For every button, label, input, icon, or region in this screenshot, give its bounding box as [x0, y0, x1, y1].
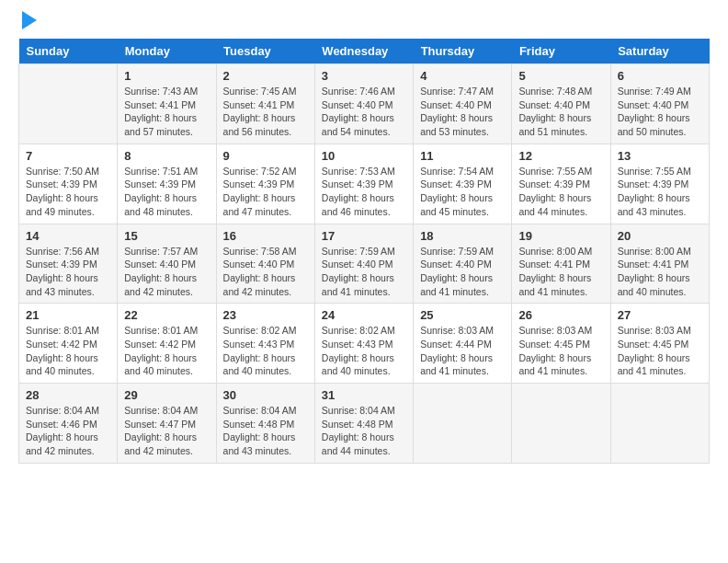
calendar-cell: 28Sunrise: 8:04 AM Sunset: 4:46 PM Dayli…: [19, 384, 118, 464]
day-number: 10: [322, 149, 406, 163]
day-number: 8: [124, 149, 209, 163]
day-info: Sunrise: 7:56 AM Sunset: 4:39 PM Dayligh…: [26, 245, 110, 299]
day-number: 12: [518, 149, 603, 163]
day-number: 11: [420, 149, 505, 163]
day-info: Sunrise: 8:04 AM Sunset: 4:48 PM Dayligh…: [223, 404, 308, 458]
day-info: Sunrise: 8:04 AM Sunset: 4:46 PM Dayligh…: [26, 404, 110, 458]
day-number: 17: [322, 229, 406, 243]
day-number: 2: [223, 69, 308, 83]
day-number: 26: [518, 308, 603, 322]
day-number: 29: [124, 388, 209, 402]
calendar-cell: 4Sunrise: 7:47 AM Sunset: 4:40 PM Daylig…: [414, 64, 512, 144]
header-cell-sunday: Sunday: [19, 39, 118, 64]
day-info: Sunrise: 7:55 AM Sunset: 4:39 PM Dayligh…: [518, 165, 603, 219]
calendar-week-1: 1Sunrise: 7:43 AM Sunset: 4:41 PM Daylig…: [19, 64, 710, 144]
day-number: 30: [223, 388, 308, 402]
calendar-cell: 12Sunrise: 7:55 AM Sunset: 4:39 PM Dayli…: [512, 144, 610, 224]
calendar-week-4: 21Sunrise: 8:01 AM Sunset: 4:42 PM Dayli…: [19, 304, 710, 384]
day-info: Sunrise: 8:03 AM Sunset: 4:45 PM Dayligh…: [518, 324, 603, 378]
calendar-cell: 9Sunrise: 7:52 AM Sunset: 4:39 PM Daylig…: [216, 144, 314, 224]
calendar-week-5: 28Sunrise: 8:04 AM Sunset: 4:46 PM Dayli…: [19, 384, 710, 464]
calendar-cell: 26Sunrise: 8:03 AM Sunset: 4:45 PM Dayli…: [512, 304, 610, 384]
calendar-cell: 31Sunrise: 8:04 AM Sunset: 4:48 PM Dayli…: [314, 384, 413, 464]
day-number: 7: [26, 149, 110, 163]
calendar-cell: 24Sunrise: 8:02 AM Sunset: 4:43 PM Dayli…: [314, 304, 413, 384]
day-number: 27: [618, 308, 702, 322]
calendar-cell: 13Sunrise: 7:55 AM Sunset: 4:39 PM Dayli…: [610, 144, 709, 224]
day-number: 23: [223, 308, 308, 322]
calendar-cell: 19Sunrise: 8:00 AM Sunset: 4:41 PM Dayli…: [512, 224, 610, 304]
day-number: 15: [124, 229, 209, 243]
day-number: 9: [223, 149, 308, 163]
calendar-cell: 15Sunrise: 7:57 AM Sunset: 4:40 PM Dayli…: [118, 224, 216, 304]
calendar-cell: 8Sunrise: 7:51 AM Sunset: 4:39 PM Daylig…: [118, 144, 216, 224]
day-info: Sunrise: 8:02 AM Sunset: 4:43 PM Dayligh…: [223, 324, 308, 378]
calendar-week-3: 14Sunrise: 7:56 AM Sunset: 4:39 PM Dayli…: [19, 224, 710, 304]
header-cell-thursday: Thursday: [414, 39, 512, 64]
day-info: Sunrise: 7:59 AM Sunset: 4:40 PM Dayligh…: [420, 245, 505, 299]
day-info: Sunrise: 8:04 AM Sunset: 4:47 PM Dayligh…: [124, 404, 209, 458]
calendar-cell: 30Sunrise: 8:04 AM Sunset: 4:48 PM Dayli…: [216, 384, 314, 464]
day-number: 31: [322, 388, 406, 402]
calendar-cell: 10Sunrise: 7:53 AM Sunset: 4:39 PM Dayli…: [314, 144, 413, 224]
calendar-cell: 2Sunrise: 7:45 AM Sunset: 4:41 PM Daylig…: [216, 64, 314, 144]
calendar-cell: 6Sunrise: 7:49 AM Sunset: 4:40 PM Daylig…: [610, 64, 709, 144]
day-info: Sunrise: 7:50 AM Sunset: 4:39 PM Dayligh…: [26, 165, 110, 219]
logo: [18, 15, 37, 29]
calendar-cell: 1Sunrise: 7:43 AM Sunset: 4:41 PM Daylig…: [118, 64, 216, 144]
day-info: Sunrise: 7:54 AM Sunset: 4:39 PM Dayligh…: [420, 165, 505, 219]
header-cell-wednesday: Wednesday: [314, 39, 413, 64]
calendar-cell: [610, 384, 709, 464]
calendar-table: SundayMondayTuesdayWednesdayThursdayFrid…: [18, 39, 710, 464]
day-number: 6: [618, 69, 702, 83]
calendar-cell: 11Sunrise: 7:54 AM Sunset: 4:39 PM Dayli…: [414, 144, 512, 224]
calendar-cell: 25Sunrise: 8:03 AM Sunset: 4:44 PM Dayli…: [414, 304, 512, 384]
day-number: 21: [26, 308, 110, 322]
day-info: Sunrise: 7:46 AM Sunset: 4:40 PM Dayligh…: [322, 85, 406, 139]
day-info: Sunrise: 8:00 AM Sunset: 4:41 PM Dayligh…: [618, 245, 702, 299]
day-info: Sunrise: 8:00 AM Sunset: 4:41 PM Dayligh…: [518, 245, 603, 299]
day-number: 4: [420, 69, 505, 83]
calendar-cell: 22Sunrise: 8:01 AM Sunset: 4:42 PM Dayli…: [118, 304, 216, 384]
header-cell-monday: Monday: [118, 39, 216, 64]
calendar-cell: 17Sunrise: 7:59 AM Sunset: 4:40 PM Dayli…: [314, 224, 413, 304]
header-cell-saturday: Saturday: [610, 39, 709, 64]
calendar-cell: [414, 384, 512, 464]
main-container: SundayMondayTuesdayWednesdayThursdayFrid…: [0, 0, 728, 473]
calendar-cell: 14Sunrise: 7:56 AM Sunset: 4:39 PM Dayli…: [19, 224, 118, 304]
day-number: 16: [223, 229, 308, 243]
calendar-cell: 21Sunrise: 8:01 AM Sunset: 4:42 PM Dayli…: [19, 304, 118, 384]
day-number: 18: [420, 229, 505, 243]
calendar-cell: 3Sunrise: 7:46 AM Sunset: 4:40 PM Daylig…: [314, 64, 413, 144]
day-info: Sunrise: 7:43 AM Sunset: 4:41 PM Dayligh…: [124, 85, 209, 139]
calendar-cell: 5Sunrise: 7:48 AM Sunset: 4:40 PM Daylig…: [512, 64, 610, 144]
day-number: 24: [322, 308, 406, 322]
day-info: Sunrise: 7:53 AM Sunset: 4:39 PM Dayligh…: [322, 165, 406, 219]
day-info: Sunrise: 8:01 AM Sunset: 4:42 PM Dayligh…: [26, 324, 110, 378]
day-number: 20: [618, 229, 702, 243]
day-info: Sunrise: 7:45 AM Sunset: 4:41 PM Dayligh…: [223, 85, 308, 139]
day-number: 19: [518, 229, 603, 243]
day-number: 14: [26, 229, 110, 243]
day-info: Sunrise: 7:55 AM Sunset: 4:39 PM Dayligh…: [618, 165, 702, 219]
header-cell-friday: Friday: [512, 39, 610, 64]
page-header: [18, 15, 710, 29]
calendar-cell: 23Sunrise: 8:02 AM Sunset: 4:43 PM Dayli…: [216, 304, 314, 384]
day-info: Sunrise: 8:04 AM Sunset: 4:48 PM Dayligh…: [322, 404, 406, 458]
day-number: 25: [420, 308, 505, 322]
day-info: Sunrise: 8:01 AM Sunset: 4:42 PM Dayligh…: [124, 324, 209, 378]
calendar-cell: [512, 384, 610, 464]
day-number: 13: [618, 149, 702, 163]
day-number: 3: [322, 69, 406, 83]
day-number: 22: [124, 308, 209, 322]
calendar-cell: [19, 64, 118, 144]
day-info: Sunrise: 7:59 AM Sunset: 4:40 PM Dayligh…: [322, 245, 406, 299]
calendar-cell: 20Sunrise: 8:00 AM Sunset: 4:41 PM Dayli…: [610, 224, 709, 304]
day-number: 28: [26, 388, 110, 402]
day-info: Sunrise: 7:51 AM Sunset: 4:39 PM Dayligh…: [124, 165, 209, 219]
calendar-cell: 16Sunrise: 7:58 AM Sunset: 4:40 PM Dayli…: [216, 224, 314, 304]
calendar-header-row: SundayMondayTuesdayWednesdayThursdayFrid…: [19, 39, 710, 64]
calendar-week-2: 7Sunrise: 7:50 AM Sunset: 4:39 PM Daylig…: [19, 144, 710, 224]
day-info: Sunrise: 7:57 AM Sunset: 4:40 PM Dayligh…: [124, 245, 209, 299]
day-number: 1: [124, 69, 209, 83]
